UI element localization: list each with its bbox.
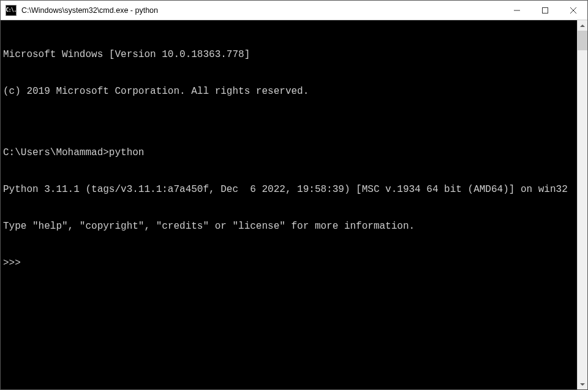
terminal-output[interactable]: Microsoft Windows [Version 10.0.18363.77…: [1, 20, 577, 389]
vertical-scrollbar[interactable]: [577, 20, 587, 389]
chevron-up-icon: [580, 25, 585, 27]
terminal-line: Microsoft Windows [Version 10.0.18363.77…: [3, 48, 575, 61]
svg-rect-1: [543, 7, 548, 13]
window-controls: [503, 1, 587, 20]
scroll-up-button[interactable]: [578, 20, 587, 31]
terminal-line: Python 3.11.1 (tags/v3.11.1:a7a450f, Dec…: [3, 183, 575, 196]
cmd-icon: C:\.: [6, 5, 17, 16]
svg-marker-5: [580, 383, 585, 386]
close-icon: [570, 7, 576, 13]
cmd-window: C:\. C:\Windows\system32\cmd.exe - pytho…: [0, 0, 588, 390]
scroll-track[interactable]: [578, 31, 587, 379]
minimize-button[interactable]: [503, 1, 531, 20]
terminal-prompt[interactable]: >>>: [3, 257, 575, 269]
chevron-down-icon: [580, 383, 585, 386]
terminal-line: (c) 2019 Microsoft Corporation. All righ…: [3, 85, 575, 98]
terminal-line: C:\Users\Mohammad>python: [3, 147, 575, 159]
client-area: Microsoft Windows [Version 10.0.18363.77…: [1, 20, 587, 389]
scroll-thumb[interactable]: [578, 31, 587, 50]
svg-marker-4: [580, 25, 585, 27]
terminal-line: Type "help", "copyright", "credits" or "…: [3, 220, 575, 232]
maximize-button[interactable]: [531, 1, 559, 20]
titlebar[interactable]: C:\. C:\Windows\system32\cmd.exe - pytho…: [1, 1, 587, 20]
scroll-down-button[interactable]: [578, 379, 587, 389]
window-title: C:\Windows\system32\cmd.exe - python: [20, 6, 503, 15]
minimize-icon: [514, 7, 520, 13]
maximize-icon: [542, 7, 548, 13]
cmd-icon-text: C:\.: [6, 7, 16, 13]
close-button[interactable]: [559, 1, 587, 20]
